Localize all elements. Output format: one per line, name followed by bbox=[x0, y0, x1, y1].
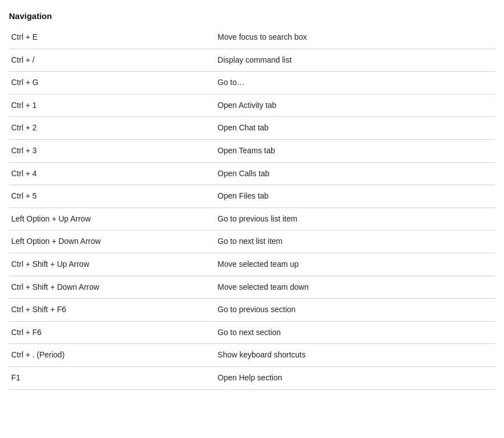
table-row: Ctrl + 2Open Chat tab bbox=[9, 117, 495, 140]
shortcut-keys: Ctrl + Shift + F6 bbox=[9, 299, 213, 322]
table-row: Ctrl + . (Period)Show keyboard shortcuts bbox=[9, 344, 495, 367]
shortcut-keys: Ctrl + Shift + Down Arrow bbox=[9, 276, 213, 299]
shortcut-keys: Left Option + Up Arrow bbox=[9, 208, 213, 230]
table-row: Ctrl + 3Open Teams tab bbox=[9, 139, 495, 162]
shortcut-keys: Ctrl + E bbox=[9, 26, 213, 49]
shortcut-action: Open Files tab bbox=[213, 185, 495, 208]
shortcut-action: Open Activity tab bbox=[213, 94, 495, 117]
shortcut-keys: Ctrl + . (Period) bbox=[9, 344, 213, 367]
shortcut-action: Go to previous section bbox=[213, 299, 495, 322]
shortcut-keys: Ctrl + 2 bbox=[9, 117, 213, 140]
shortcut-action: Go to previous list item bbox=[213, 208, 495, 230]
shortcut-action: Go to next section bbox=[213, 321, 495, 344]
shortcut-keys: Left Option + Down Arrow bbox=[9, 230, 213, 253]
shortcut-keys: Ctrl + / bbox=[9, 49, 213, 72]
table-row: Ctrl + 1Open Activity tab bbox=[9, 94, 495, 117]
shortcut-keys: Ctrl + G bbox=[9, 72, 213, 95]
shortcut-action: Move selected team down bbox=[213, 276, 495, 299]
shortcut-action: Show keyboard shortcuts bbox=[213, 344, 495, 367]
table-row: Left Option + Down ArrowGo to next list … bbox=[9, 230, 495, 253]
table-row: Ctrl + GGo to… bbox=[9, 72, 495, 95]
table-row: Ctrl + F6Go to next section bbox=[9, 321, 495, 344]
table-row: Ctrl + EMove focus to search box bbox=[9, 26, 495, 49]
shortcut-keys: F1 bbox=[9, 366, 213, 389]
shortcuts-table: Ctrl + EMove focus to search boxCtrl + /… bbox=[9, 26, 495, 390]
shortcut-action: Open Help section bbox=[213, 366, 495, 389]
table-row: Ctrl + Shift + Up ArrowMove selected tea… bbox=[9, 253, 495, 276]
shortcut-action: Open Teams tab bbox=[213, 139, 495, 162]
shortcut-keys: Ctrl + 5 bbox=[9, 185, 213, 208]
table-row: Ctrl + 5Open Files tab bbox=[9, 185, 495, 208]
shortcut-keys: Ctrl + Shift + Up Arrow bbox=[9, 253, 213, 276]
table-row: Ctrl + Shift + Down ArrowMove selected t… bbox=[9, 276, 495, 299]
shortcut-keys: Ctrl + 4 bbox=[9, 162, 213, 185]
shortcut-action: Open Calls tab bbox=[213, 162, 495, 185]
shortcut-action: Go to next list item bbox=[213, 230, 495, 253]
table-row: Ctrl + /Display command list bbox=[9, 49, 495, 72]
shortcut-keys: Ctrl + F6 bbox=[9, 321, 213, 344]
table-row: Left Option + Up ArrowGo to previous lis… bbox=[9, 208, 495, 230]
shortcut-keys: Ctrl + 3 bbox=[9, 139, 213, 162]
shortcut-action: Display command list bbox=[213, 49, 495, 72]
table-row: F1Open Help section bbox=[9, 366, 495, 389]
section-title: Navigation bbox=[9, 7, 495, 26]
shortcut-action: Move selected team up bbox=[213, 253, 495, 276]
table-row: Ctrl + 4Open Calls tab bbox=[9, 162, 495, 185]
table-row: Ctrl + Shift + F6Go to previous section bbox=[9, 299, 495, 322]
shortcut-action: Move focus to search box bbox=[213, 26, 495, 49]
shortcut-action: Go to… bbox=[213, 72, 495, 95]
shortcut-action: Open Chat tab bbox=[213, 117, 495, 140]
shortcut-keys: Ctrl + 1 bbox=[9, 94, 213, 117]
